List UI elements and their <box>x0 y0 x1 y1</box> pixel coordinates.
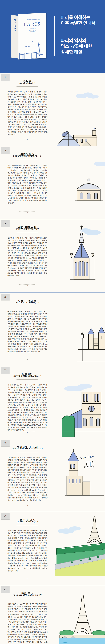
place-section-saint-germain: 35 생제르맹 데 프레 SAINT-GERMAIN-DES-PRÉS, 6구 … <box>0 438 105 512</box>
bateaux-mouches-illustration <box>59 594 105 644</box>
page-number: 92 <box>0 578 55 579</box>
cafe-de-flore-label: Café de Flore <box>79 454 94 460</box>
place-subtitle: SAINT-GERMAIN-DES-PRÉS, 6구 <box>0 447 55 450</box>
bourse-illustration <box>73 162 105 203</box>
sainte-chapelle-illustration <box>62 224 103 283</box>
cloud-icon <box>64 384 92 392</box>
louvre-illustration <box>54 90 105 146</box>
title-divider <box>17 232 38 233</box>
cloud-icon <box>80 228 100 235</box>
place-subtitle: NOTRE-DAME DE PARIS, 4구 <box>0 374 55 377</box>
title-divider <box>17 160 38 160</box>
eiffel-tower-icon <box>73 595 92 634</box>
page-number: 10 <box>0 139 55 140</box>
place-subtitle: BOURSE DE COMMERCE, 1구 <box>0 155 55 157</box>
place-description: 이 장소에는 13세기부터 왕실 가문의 소유였던 수아송Soissons 저택… <box>8 164 47 204</box>
book-front-cover: 파리를 이해하는 아주 특별한 안내서 PARIS 도미니크 루셀 글 발레리 … <box>18 12 46 60</box>
book-spine: PARIS <box>11 15 19 58</box>
cover-skyline-illustration <box>19 36 46 60</box>
place-subtitle: HÔTEL DE CLISSON, 3구 <box>0 301 55 304</box>
saint-germain-illustration: Café de Flore <box>65 448 104 510</box>
page-number: 28 <box>0 285 55 286</box>
eiffel-tower-icon <box>87 516 102 543</box>
page-number: 48 <box>0 359 55 360</box>
book-spine-title: PARIS <box>13 19 17 33</box>
place-description: 12세기에 6세기 게르만 주교가 축성한 수도원 주변으로 마을이 형성되었다… <box>8 456 47 502</box>
title-divider <box>17 525 38 526</box>
place-description: 최초의 바토 무슈는 1862년 리옹의 산업 지구인 게를랑의 공방에서 탄생… <box>8 603 47 644</box>
champ-de-mars-illustration <box>55 515 105 576</box>
place-description: 1239년 성 루이라는 별명을 가진 루이 9세는 베네치아인들로부터 소위 … <box>8 237 47 277</box>
cloud-icon <box>76 92 98 98</box>
coffee-cup-icon <box>84 461 94 468</box>
place-description: 올리비에 5세 드 클리송은 강력한 브르타뉴 영주이자 베르트랑 뒤 게클랭의… <box>8 310 47 353</box>
place-description: 기원전 53년에 이곳에서 루테스 전투가 벌어졌다고 전해지며, 골족에 승리… <box>8 530 47 572</box>
headline-line: 파리를 이해하는 <box>61 15 95 20</box>
header-banner: PARIS 파리를 이해하는 아주 특별한 안내서 PARIS 도미니크 루셀 … <box>0 0 105 73</box>
subheadline-line: 명소 77곳에 대한 <box>61 44 92 49</box>
place-section-hotel-clisson: 20 오텔 드 클리송 HÔTEL DE CLISSON, 3구 올리비에 5세… <box>0 292 105 366</box>
cloud-icon <box>58 526 81 534</box>
place-section-louvre: 1 루브르 LE LOUVRE, 1구 1190년 필립 오귀스트가 지은 이 … <box>0 73 105 146</box>
place-section-bourse: 5 증권거래소 BOURSE DE COMMERCE, 1구 이 장소에는 13… <box>0 146 105 219</box>
place-description: 1190년 필립 오귀스트가 지은 이 요새는 현재 궁전 서쪽에 있는 카레 … <box>8 91 47 136</box>
place-section-sainte-chapelle: 10 생트 샤펠 성당 SAINTE-CHAPELLE, 1구 1239년 성 … <box>0 219 105 293</box>
page-number: 78 <box>0 505 55 506</box>
place-subtitle: CHAMP-DE-MARS, 7구 <box>0 520 55 523</box>
book-promo-page: PARIS 파리를 이해하는 아주 특별한 안내서 PARIS 도미니크 루셀 … <box>0 0 105 644</box>
cloud-icon <box>94 162 105 166</box>
page-number: 58 <box>0 432 55 434</box>
banner-headline: 파리를 이해하는 아주 특별한 안내서 <box>61 15 95 26</box>
accent-bar <box>54 16 55 56</box>
headline-line: 아주 특별한 안내서 <box>61 20 95 26</box>
hotel-clisson-illustration <box>77 319 105 362</box>
notre-dame-illustration <box>62 376 105 437</box>
page-number: 18 <box>0 212 55 214</box>
cover-credits: 도미니크 루셀 글 발레리 드쥐랑 그림 강이리 옮김 <box>19 28 46 33</box>
place-description: 시테섬의 서쪽 끝은 역사 이래 기도의 장소였다. 이곳에서 로마 신전과 생… <box>8 384 47 432</box>
banner-subheadline: 파리의 역사와 명소 77곳에 대한 상세한 해설 <box>61 38 92 55</box>
place-subtitle: LE LOUVRE, 1구 <box>0 82 55 84</box>
place-section-champ-de-mars: 42 샹 드 마르스 CHAMP-DE-MARS, 7구 기원전 53년에 이곳… <box>0 512 105 586</box>
subheadline-line: 상세한 해설 <box>61 49 92 55</box>
book-cover: PARIS 파리를 이해하는 아주 특별한 안내서 PARIS 도미니크 루셀 … <box>11 14 46 60</box>
footer-dots <box>19 211 35 212</box>
subheadline-line: 파리의 역사와 <box>61 38 92 44</box>
place-subtitle: LES BATEAUX-MOUCHES, 8구 <box>0 594 55 596</box>
place-section-notre-dame: 25 노트르담 NOTRE-DAME DE PARIS, 4구 시테섬의 서쪽 … <box>0 366 105 439</box>
footer-dots <box>19 577 35 577</box>
place-section-bateaux-mouches: 53 바토 무슈 LES BATEAUX-MOUCHES, 8구 최초의 바토 … <box>0 585 105 644</box>
place-subtitle: SAINTE-CHAPELLE, 1구 <box>0 228 55 230</box>
book-title: PARIS <box>19 21 46 27</box>
cover-tagline: 파리를 이해하는 아주 특별한 안내서 <box>19 18 46 21</box>
